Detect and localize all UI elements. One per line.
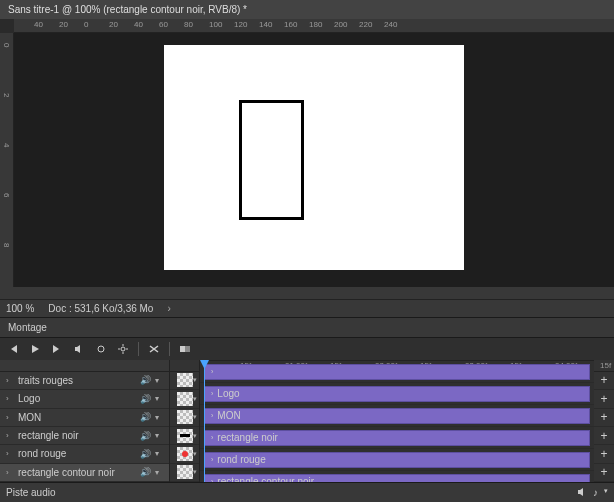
timeline-clip[interactable]: ›rectangle noir [204,430,590,446]
svg-rect-3 [185,346,190,352]
expand-icon[interactable]: › [6,413,14,422]
chevron-down-icon[interactable]: ▾ [193,376,197,384]
chevron-right-icon[interactable]: › [167,303,170,314]
artboard[interactable] [164,45,464,270]
layer-name: rond rouge [18,448,136,459]
scrollbar-horizontal[interactable] [0,287,614,299]
music-note-icon[interactable]: ♪ [593,487,598,498]
clip-expand-icon[interactable]: › [211,478,213,482]
status-bar: 100 % Doc : 531,6 Ko/3,36 Mo › [0,299,614,317]
layer-name: Logo [18,393,136,404]
clip-expand-icon[interactable]: › [211,434,213,441]
add-column: ++++++ [594,360,614,482]
window-title: Sans titre-1 @ 100% (rectangle contour n… [0,0,614,19]
clip-expand-icon[interactable]: › [211,456,213,463]
zoom-level[interactable]: 100 % [6,303,34,314]
audio-icon[interactable]: 🔊 [140,449,151,459]
track-row[interactable]: › [200,361,594,383]
ruler-vertical: 02468 [0,33,14,287]
track-row[interactable]: ›rond rouge [200,449,594,471]
timeline-clip[interactable]: ›Logo [204,386,590,402]
layer-row[interactable]: ›MON🔊▾ [0,409,169,427]
transport-bar [0,338,614,360]
layer-thumbnail[interactable]: ▾ [170,464,199,482]
audio-icon[interactable]: 🔊 [140,375,151,385]
expand-icon[interactable]: › [6,449,14,458]
rectangle-contour-noir-shape[interactable] [239,100,304,220]
chevron-down-icon[interactable]: ▾ [604,487,608,498]
tracks-column: 15f01:00f15f02:00f15f03:00f15f04:00f15f0… [200,360,594,482]
play-button[interactable] [26,341,44,357]
layer-row[interactable]: ›rond rouge🔊▾ [0,445,169,463]
clip-expand-icon[interactable]: › [211,390,213,397]
layer-thumbnail[interactable]: ▾ [170,372,199,390]
ruler-horizontal: 4020020406080100120140160180200220240 [14,19,614,33]
loop-button[interactable] [92,341,110,357]
canvas-area: 4020020406080100120140160180200220240 02… [0,19,614,299]
chevron-down-icon[interactable]: ▾ [155,449,163,458]
svg-point-1 [121,347,125,351]
chevron-down-icon[interactable]: ▾ [155,431,163,440]
svg-rect-2 [180,346,185,352]
goto-end-button[interactable] [48,341,66,357]
layer-thumbnail[interactable]: ▾ [170,427,199,445]
audio-icon[interactable]: 🔊 [140,467,151,477]
settings-button[interactable] [114,341,132,357]
clip-label: rond rouge [217,454,265,465]
layer-name: rectangle contour noir [18,467,136,478]
layer-name: MON [18,412,136,423]
audio-icon[interactable]: 🔊 [140,394,151,404]
add-track-button[interactable]: + [594,464,614,482]
thumbnails-column: ▾▾▾▾▾▾ [170,360,200,482]
audio-icon[interactable]: 🔊 [140,431,151,441]
chevron-down-icon[interactable]: ▾ [155,394,163,403]
layer-row[interactable]: ›rectangle contour noir🔊▾ [0,464,169,482]
layers-column: ›traits rouges🔊▾›Logo🔊▾›MON🔊▾›rectangle … [0,360,170,482]
track-row[interactable]: ›rectangle noir [200,427,594,449]
audio-icon[interactable]: 🔊 [140,412,151,422]
expand-icon[interactable]: › [6,394,14,403]
layer-row[interactable]: ›traits rouges🔊▾ [0,372,169,390]
clip-label: rectangle noir [217,432,278,443]
chevron-down-icon[interactable]: ▾ [155,413,163,422]
layer-thumbnail[interactable]: ▾ [170,445,199,463]
audio-track-row: Piste audio ♪ ▾ [0,482,614,502]
layer-row[interactable]: ›Logo🔊▾ [0,390,169,408]
chevron-down-icon[interactable]: ▾ [193,395,197,403]
track-row[interactable]: ›rectangle contour noir [200,471,594,482]
chevron-down-icon[interactable]: ▾ [155,376,163,385]
chevron-down-icon[interactable]: ▾ [193,468,197,476]
track-row[interactable]: ›MON [200,405,594,427]
add-track-button[interactable]: + [594,372,614,390]
expand-icon[interactable]: › [6,431,14,440]
chevron-down-icon[interactable]: ▾ [193,413,197,421]
add-track-button[interactable]: + [594,409,614,427]
add-track-button[interactable]: + [594,427,614,445]
add-track-button[interactable]: + [594,390,614,408]
chevron-down-icon[interactable]: ▾ [193,432,197,440]
clip-label: MON [217,410,240,421]
clip-expand-icon[interactable]: › [211,412,213,419]
add-track-button[interactable]: + [594,445,614,463]
track-row[interactable]: ›Logo [200,383,594,405]
timeline-clip[interactable]: ›MON [204,408,590,424]
layer-thumbnail[interactable]: ▾ [170,390,199,408]
chevron-down-icon[interactable]: ▾ [155,468,163,477]
split-button[interactable] [145,341,163,357]
expand-icon[interactable]: › [6,468,14,477]
viewport[interactable] [14,33,614,287]
goto-start-button[interactable] [4,341,22,357]
timeline-clip[interactable]: ›rond rouge [204,452,590,468]
svg-point-0 [98,346,104,352]
clip-expand-icon[interactable]: › [211,368,213,375]
transition-button[interactable] [176,341,194,357]
layer-row[interactable]: ›rectangle noir🔊▾ [0,427,169,445]
timeline-clip[interactable]: ›rectangle contour noir [204,474,590,483]
audio-track-label: Piste audio [6,487,55,498]
layer-thumbnail[interactable]: ▾ [170,409,199,427]
chevron-down-icon[interactable]: ▾ [193,450,197,458]
audio-mute-icon[interactable] [577,487,587,498]
expand-icon[interactable]: › [6,376,14,385]
mute-button[interactable] [70,341,88,357]
timeline-clip[interactable]: › [204,364,590,380]
